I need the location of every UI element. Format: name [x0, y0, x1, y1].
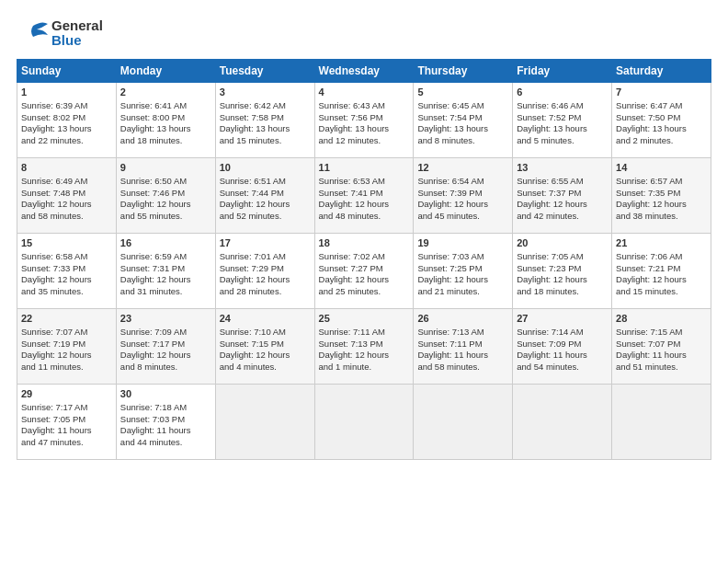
daylight-minutes-line: and 11 minutes.: [21, 362, 84, 372]
daylight-hours-line: Daylight: 13 hours: [417, 123, 488, 133]
day-number: 18: [319, 236, 410, 250]
daylight-minutes-line: and 15 minutes.: [616, 286, 678, 296]
calendar-cell: [513, 385, 612, 460]
daylight-minutes-line: and 52 minutes.: [220, 211, 282, 221]
daylight-minutes-line: and 21 minutes.: [417, 286, 480, 296]
daylight-hours-line: Daylight: 12 hours: [220, 274, 290, 284]
sunset-line: Sunset: 7:25 PM: [417, 263, 482, 273]
sunset-line: Sunset: 7:52 PM: [517, 112, 581, 122]
daylight-minutes-line: and 48 minutes.: [319, 211, 381, 221]
sunrise-line: Sunrise: 7:11 AM: [319, 327, 385, 337]
sunrise-line: Sunrise: 6:45 AM: [417, 100, 483, 110]
daylight-hours-line: Daylight: 11 hours: [517, 350, 587, 360]
daylight-hours-line: Daylight: 11 hours: [616, 350, 687, 360]
calendar-cell: 26 Sunrise: 7:13 AM Sunset: 7:11 PM Dayl…: [414, 309, 513, 385]
daylight-minutes-line: and 28 minutes.: [220, 286, 282, 296]
sunrise-line: Sunrise: 6:46 AM: [517, 100, 583, 110]
sunrise-line: Sunrise: 7:06 AM: [616, 251, 682, 261]
daylight-minutes-line: and 38 minutes.: [616, 211, 678, 221]
day-number: 6: [517, 86, 608, 99]
sunrise-line: Sunrise: 6:57 AM: [616, 176, 682, 186]
sunset-line: Sunset: 7:23 PM: [517, 263, 581, 273]
calendar-cell: 29 Sunrise: 7:17 AM Sunset: 7:05 PM Dayl…: [17, 385, 117, 460]
calendar-cell: 23 Sunrise: 7:09 AM Sunset: 7:17 PM Dayl…: [116, 309, 215, 385]
col-sunday: Sunday: [17, 60, 117, 83]
day-number: 21: [616, 236, 707, 250]
calendar-cell: 18 Sunrise: 7:02 AM Sunset: 7:27 PM Dayl…: [314, 234, 414, 309]
header: General Blue: [17, 17, 711, 50]
calendar-cell: 16 Sunrise: 6:59 AM Sunset: 7:31 PM Dayl…: [116, 234, 215, 309]
col-friday: Friday: [513, 60, 612, 83]
sunset-line: Sunset: 7:37 PM: [517, 188, 581, 198]
calendar-cell: 4 Sunrise: 6:43 AM Sunset: 7:56 PM Dayli…: [314, 83, 414, 158]
daylight-hours-line: Daylight: 12 hours: [21, 350, 92, 360]
col-monday: Monday: [116, 60, 215, 83]
day-number: 10: [220, 161, 311, 175]
daylight-minutes-line: and 51 minutes.: [616, 362, 678, 372]
day-number: 5: [417, 86, 508, 99]
daylight-minutes-line: and 31 minutes.: [120, 286, 183, 296]
calendar-week-row: 29 Sunrise: 7:17 AM Sunset: 7:05 PM Dayl…: [17, 385, 711, 460]
day-number: 16: [120, 236, 211, 250]
sunrise-line: Sunrise: 6:43 AM: [319, 100, 385, 110]
daylight-minutes-line: and 45 minutes.: [417, 211, 480, 221]
col-tuesday: Tuesday: [215, 60, 314, 83]
day-number: 3: [220, 86, 311, 99]
calendar-cell: [215, 385, 314, 460]
sunrise-line: Sunrise: 7:18 AM: [120, 402, 187, 412]
day-number: 20: [517, 236, 608, 250]
calendar-body: 1 Sunrise: 6:39 AM Sunset: 8:02 PM Dayli…: [17, 83, 711, 460]
sunset-line: Sunset: 7:19 PM: [21, 339, 85, 349]
daylight-hours-line: Daylight: 13 hours: [21, 123, 92, 133]
daylight-minutes-line: and 1 minute.: [319, 362, 372, 372]
daylight-hours-line: Daylight: 12 hours: [319, 274, 390, 284]
sunrise-line: Sunrise: 7:03 AM: [417, 251, 483, 261]
sunrise-line: Sunrise: 7:09 AM: [120, 327, 187, 337]
sunrise-line: Sunrise: 6:58 AM: [21, 251, 87, 261]
daylight-minutes-line: and 25 minutes.: [319, 286, 381, 296]
sunrise-line: Sunrise: 7:17 AM: [21, 402, 87, 412]
day-number: 17: [220, 236, 311, 250]
daylight-hours-line: Daylight: 12 hours: [517, 199, 587, 209]
calendar-cell: 30 Sunrise: 7:18 AM Sunset: 7:03 PM Dayl…: [116, 385, 215, 460]
day-number: 19: [417, 236, 508, 250]
sunrise-line: Sunrise: 6:50 AM: [120, 176, 187, 186]
calendar-cell: 25 Sunrise: 7:11 AM Sunset: 7:13 PM Dayl…: [314, 309, 414, 385]
sunset-line: Sunset: 8:02 PM: [21, 112, 85, 122]
day-number: 28: [616, 312, 707, 326]
calendar-cell: 5 Sunrise: 6:45 AM Sunset: 7:54 PM Dayli…: [414, 83, 513, 158]
calendar-week-row: 22 Sunrise: 7:07 AM Sunset: 7:19 PM Dayl…: [17, 309, 711, 385]
calendar-week-row: 1 Sunrise: 6:39 AM Sunset: 8:02 PM Dayli…: [17, 83, 711, 158]
calendar-cell: 24 Sunrise: 7:10 AM Sunset: 7:15 PM Dayl…: [215, 309, 314, 385]
sunset-line: Sunset: 7:21 PM: [616, 263, 680, 273]
daylight-hours-line: Daylight: 12 hours: [21, 274, 92, 284]
sunset-line: Sunset: 7:39 PM: [417, 188, 482, 198]
day-number: 29: [21, 387, 112, 401]
calendar-cell: 28 Sunrise: 7:15 AM Sunset: 7:07 PM Dayl…: [612, 309, 711, 385]
calendar-cell: [612, 385, 711, 460]
calendar-cell: 20 Sunrise: 7:05 AM Sunset: 7:23 PM Dayl…: [513, 234, 612, 309]
day-number: 15: [21, 236, 112, 250]
logo-shape: General Blue: [17, 17, 103, 50]
sunrise-line: Sunrise: 6:49 AM: [21, 176, 87, 186]
daylight-minutes-line: and 58 minutes.: [21, 211, 84, 221]
calendar-cell: 1 Sunrise: 6:39 AM Sunset: 8:02 PM Dayli…: [17, 83, 117, 158]
day-number: 13: [517, 161, 608, 175]
sunset-line: Sunset: 7:11 PM: [417, 339, 482, 349]
sunrise-line: Sunrise: 6:54 AM: [417, 176, 483, 186]
daylight-hours-line: Daylight: 13 hours: [517, 123, 587, 133]
calendar-cell: 10 Sunrise: 6:51 AM Sunset: 7:44 PM Dayl…: [215, 158, 314, 234]
calendar-cell: 13 Sunrise: 6:55 AM Sunset: 7:37 PM Dayl…: [513, 158, 612, 234]
sunrise-line: Sunrise: 7:10 AM: [220, 327, 286, 337]
sunrise-line: Sunrise: 6:51 AM: [220, 176, 286, 186]
sunset-line: Sunset: 7:03 PM: [120, 414, 185, 424]
calendar-cell: 19 Sunrise: 7:03 AM Sunset: 7:25 PM Dayl…: [414, 234, 513, 309]
day-number: 25: [319, 312, 410, 326]
sunrise-line: Sunrise: 6:59 AM: [120, 251, 187, 261]
day-number: 22: [21, 312, 112, 326]
daylight-minutes-line: and 8 minutes.: [417, 135, 474, 145]
daylight-minutes-line: and 35 minutes.: [21, 286, 84, 296]
day-number: 12: [417, 161, 508, 175]
daylight-hours-line: Daylight: 13 hours: [319, 123, 390, 133]
sunset-line: Sunset: 7:29 PM: [220, 263, 284, 273]
